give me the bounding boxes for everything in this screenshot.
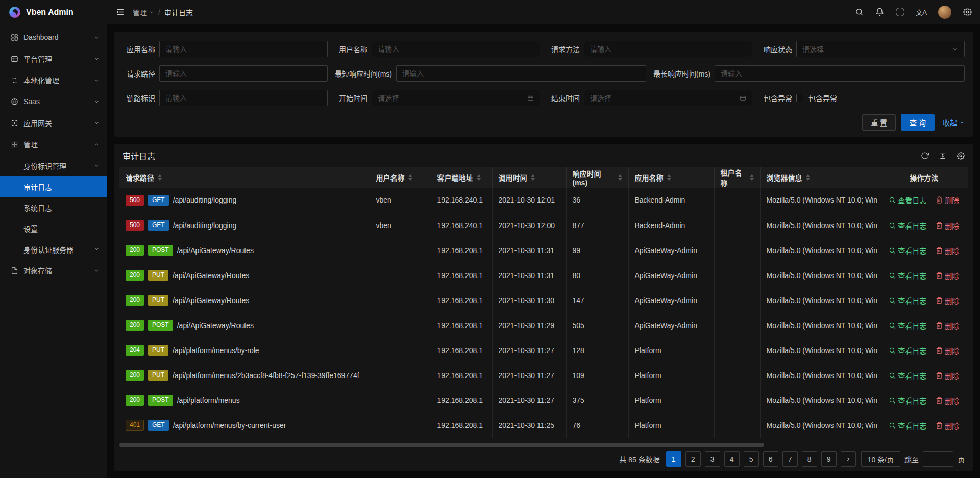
sidebar-item-object-storage[interactable]: 对象存储: [0, 260, 107, 281]
sidebar-item-settings[interactable]: 设置: [0, 218, 107, 239]
sidebar-item-platform[interactable]: 平台管理: [0, 48, 107, 69]
table-row[interactable]: 401 GET /api/platform/menus/by-current-u…: [119, 413, 968, 438]
column-height-icon[interactable]: [938, 152, 947, 160]
sidebar-item-identity[interactable]: 身份标识管理: [0, 155, 107, 176]
request-method-input[interactable]: [584, 41, 752, 57]
col-app-name[interactable]: 应用名称: [628, 167, 714, 188]
delete-button[interactable]: 删除: [936, 270, 959, 281]
table-row[interactable]: 200 POST /api/ApiGateway/Routes 192.168.…: [119, 313, 968, 338]
translate-icon[interactable]: 文A: [916, 7, 927, 17]
next-page-button[interactable]: [841, 451, 856, 467]
sidebar-item-dashboard[interactable]: Dashboard: [0, 27, 107, 48]
view-log-button[interactable]: 查看日志: [889, 245, 926, 256]
delete-button[interactable]: 删除: [936, 245, 959, 256]
page-button[interactable]: 5: [744, 451, 759, 467]
sidebar-item-saas[interactable]: Saas: [0, 91, 107, 112]
column-settings-gear-icon[interactable]: [956, 152, 965, 160]
query-button[interactable]: 查 询: [901, 114, 935, 131]
end-time-picker[interactable]: 请选择: [584, 90, 752, 106]
table-row[interactable]: 200 PUT /api/ApiGateway/Routes 192.168.2…: [119, 288, 968, 313]
cell-user-name: [370, 288, 431, 313]
delete-button[interactable]: 删除: [936, 345, 959, 356]
logo[interactable]: Vben Admin: [0, 0, 107, 24]
sidebar-item-auth-server[interactable]: 身份认证服务器: [0, 239, 107, 260]
sidebar-item-localization[interactable]: 本地化管理: [0, 69, 107, 91]
view-log-button[interactable]: 查看日志: [889, 345, 926, 356]
view-log-button[interactable]: 查看日志: [889, 320, 926, 331]
view-log-button[interactable]: 查看日志: [889, 420, 926, 431]
page-button[interactable]: 3: [705, 451, 720, 467]
reset-button[interactable]: 重 置: [862, 114, 896, 131]
exception-checkbox[interactable]: [796, 94, 804, 102]
table-row[interactable]: 200 POST /api/platform/menus 192.168.208…: [119, 388, 968, 413]
cell-actions: 查看日志 删除: [880, 288, 968, 313]
sidebar-item-label: 身份标识管理: [23, 161, 93, 171]
col-browser-info[interactable]: 浏览器信息: [760, 167, 880, 188]
sidebar-item-gateway[interactable]: 应用网关: [0, 112, 107, 134]
view-log-button[interactable]: 查看日志: [889, 395, 926, 406]
view-log-button[interactable]: 查看日志: [889, 370, 926, 381]
col-response-time[interactable]: 响应时间(ms): [566, 167, 628, 188]
sidebar-item-system-log[interactable]: 系统日志: [0, 197, 107, 218]
view-log-button[interactable]: 查看日志: [889, 195, 926, 205]
sidebar-item-label: 系统日志: [23, 203, 100, 213]
collapse-link[interactable]: 收起: [943, 117, 965, 128]
page-button[interactable]: 8: [802, 451, 817, 467]
page-button[interactable]: 7: [782, 451, 798, 467]
sidebar-item-audit-log[interactable]: 审计日志: [0, 176, 107, 197]
request-path-text: /api/platform/menus: [177, 396, 240, 405]
table-row[interactable]: 500 GET /api/auditing/logging vben 192.1…: [119, 188, 968, 213]
delete-button[interactable]: 删除: [936, 195, 959, 205]
page-button[interactable]: 1: [666, 451, 681, 467]
trace-id-input[interactable]: [159, 90, 328, 106]
page-button[interactable]: 2: [685, 451, 701, 467]
table-row[interactable]: 200 PUT /api/ApiGateway/Routes 192.168.2…: [119, 263, 968, 288]
view-log-button[interactable]: 查看日志: [889, 295, 926, 306]
user-name-input[interactable]: [372, 41, 540, 57]
jump-page-input[interactable]: [923, 451, 953, 467]
search-icon[interactable]: [854, 8, 864, 17]
col-request-path[interactable]: 请求路径: [119, 167, 370, 188]
request-path-input[interactable]: [159, 65, 328, 82]
breadcrumb-section[interactable]: 管理: [133, 7, 154, 17]
page-button[interactable]: 4: [724, 451, 740, 467]
col-client-address[interactable]: 客户端地址: [431, 167, 492, 188]
col-user-name[interactable]: 用户名称: [370, 167, 431, 188]
notification-bell-icon[interactable]: [875, 8, 884, 17]
app-name-input[interactable]: [159, 41, 328, 57]
cell-user-name: [370, 263, 431, 288]
page-button[interactable]: 6: [763, 451, 778, 467]
gear-icon[interactable]: [963, 8, 972, 17]
table-row[interactable]: 500 GET /api/auditing/logging vben 192.1…: [119, 213, 968, 238]
delete-button[interactable]: 删除: [936, 370, 959, 381]
delete-button[interactable]: 删除: [936, 220, 959, 231]
chevron-down-icon: [93, 77, 100, 83]
page-button[interactable]: 9: [821, 451, 837, 467]
delete-button[interactable]: 删除: [936, 295, 959, 306]
scrollbar-thumb[interactable]: [119, 443, 764, 447]
view-log-button[interactable]: 查看日志: [889, 220, 926, 231]
menu-fold-icon[interactable]: [115, 8, 125, 17]
view-log-button[interactable]: 查看日志: [889, 270, 926, 281]
avatar[interactable]: [938, 6, 951, 19]
sidebar-item-management[interactable]: 管理: [0, 134, 107, 155]
cell-user-name: vben: [370, 213, 431, 238]
delete-button[interactable]: 删除: [936, 320, 959, 331]
col-tenant-name[interactable]: 租户名称: [714, 167, 760, 188]
min-response-time-input[interactable]: [396, 65, 646, 82]
magnifier-icon: [889, 372, 896, 379]
col-call-time[interactable]: 调用时间: [492, 167, 566, 188]
cell-browser-info: Mozilla/5.0 (Windows NT 10.0; Win: [760, 263, 880, 288]
delete-button[interactable]: 删除: [936, 395, 959, 406]
management-submenu: 身份标识管理 审计日志 系统日志 设置 身份认证服务器: [0, 155, 107, 260]
max-response-time-input[interactable]: [715, 65, 965, 82]
table-row[interactable]: 200 POST /api/ApiGateway/Routes 192.168.…: [119, 238, 968, 263]
start-time-picker[interactable]: 请选择: [372, 90, 540, 106]
table-row[interactable]: 204 PUT /api/platform/menus/by-role 192.…: [119, 338, 968, 363]
table-row[interactable]: 200 PUT /api/platform/menus/2b3accf8-4fb…: [119, 363, 968, 388]
page-size-select[interactable]: 10 条/页: [861, 451, 900, 467]
fullscreen-icon[interactable]: [895, 8, 904, 17]
delete-button[interactable]: 删除: [936, 420, 959, 431]
response-status-select[interactable]: 请选择: [796, 41, 965, 57]
refresh-icon[interactable]: [920, 152, 929, 160]
